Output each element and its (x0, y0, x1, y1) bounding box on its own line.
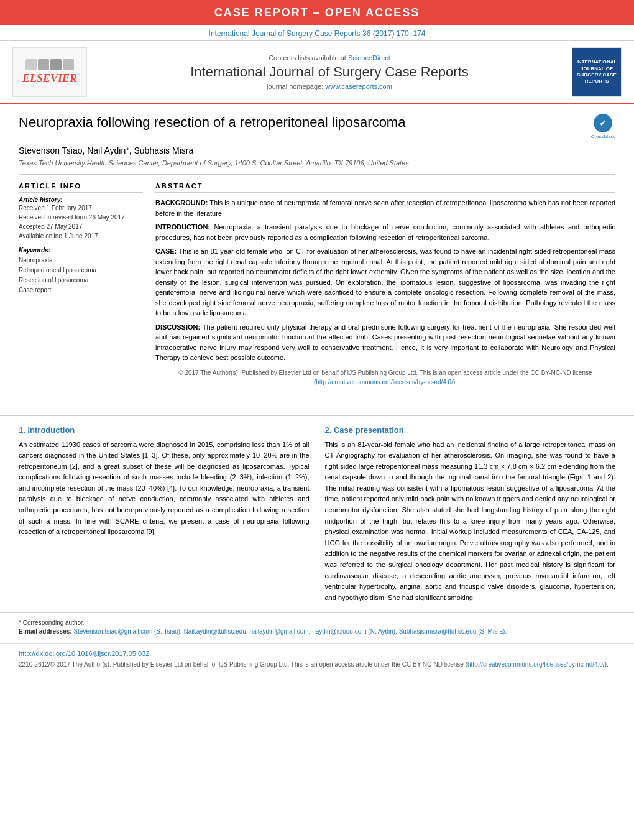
section2-heading: 2. Case presentation (325, 425, 616, 435)
crossmark-label: CrossMark (591, 134, 615, 139)
journal-homepage-link[interactable]: www.casereports.com (325, 83, 392, 90)
available-date: Available online 1 June 2017 (19, 231, 143, 241)
abstract-background: BACKGROUND: This is a unique case of neu… (155, 198, 615, 218)
crossmark-icon: ✓ (594, 114, 612, 132)
crossmark[interactable]: ✓ CrossMark (590, 114, 615, 139)
section1-text: An estimated 11930 cases of sarcoma were… (19, 440, 310, 538)
doi-bottom-link[interactable]: http://dx.doi.org/10.1016/j.ijscr.2017.0… (19, 650, 149, 657)
keyword-1: Neuropraxia (19, 256, 143, 265)
left-column: 1. Introduction An estimated 11930 cases… (19, 422, 310, 604)
received-revised-date: Received in revised form 26 May 2017 (19, 213, 143, 222)
journal-title: International Journal of Surgery Case Re… (99, 64, 559, 80)
journal-center: Contents lists available at ScienceDirec… (87, 54, 572, 90)
keywords-label: Keywords: (19, 247, 143, 254)
keyword-3: Resection of liposarcoma (19, 275, 143, 285)
abstract-heading: Abstract (155, 182, 615, 193)
article-info-heading: Article Info (19, 182, 143, 193)
affiliation: Texas Tech University Health Sciences Ce… (19, 159, 615, 175)
journal-header: ELSEVIER Contents lists available at Sci… (0, 41, 634, 104)
article-body: Article Info Article history: Received 1… (19, 182, 615, 390)
footnotes: * Corresponding author. E-mail addresses… (0, 612, 634, 643)
copyright-link[interactable]: http://creativecommons.org/licenses/by-n… (467, 661, 605, 668)
article-history-section: Article history: Received 1 February 201… (19, 196, 143, 241)
abstract-license: © 2017 The Author(s). Published by Elsev… (155, 368, 615, 387)
corresponding-author-note: * Corresponding author. (19, 619, 615, 626)
keyword-2: Retroperitoneal liposarcoma (19, 265, 143, 275)
history-label: Article history: (19, 196, 143, 203)
journal-logo-box: INTERNATIONAL JOURNAL OF SURGERY CASE RE… (572, 47, 622, 97)
section-divider (0, 415, 634, 416)
abstract-case: CASE: This is an 81-year-old female who,… (155, 246, 615, 318)
email-footnote: E-mail addresses: Stevenson.tsiao@gmail.… (19, 628, 615, 635)
article-title-row: Neuropraxia following resection of a ret… (19, 114, 615, 139)
article-info-panel: Article Info Article history: Received 1… (19, 182, 143, 390)
article-title: Neuropraxia following resection of a ret… (19, 114, 581, 132)
elsevier-logo: ELSEVIER (12, 47, 87, 97)
keyword-4: Case report (19, 285, 143, 295)
contents-line: Contents lists available at ScienceDirec… (99, 54, 559, 62)
right-column: 2. Case presentation This is an 81-year-… (325, 422, 616, 604)
keywords-section: Keywords: Neuropraxia Retroperitoneal li… (19, 247, 143, 295)
abstract-text: BACKGROUND: This is a unique case of neu… (155, 198, 615, 387)
elsevier-name: ELSEVIER (22, 72, 77, 86)
received-date: Received 1 February 2017 (19, 203, 143, 213)
accepted-date: Accepted 27 May 2017 (19, 222, 143, 231)
authors: Stevenson Tsiao, Nail Aydin*, Subhasis M… (19, 145, 615, 155)
bottom-bar: http://dx.doi.org/10.1016/j.ijscr.2017.0… (0, 643, 634, 674)
section2-text: This is an 81-year-old female who had an… (325, 440, 616, 604)
sciencedirect-link[interactable]: ScienceDirect (348, 54, 390, 62)
abstract-discussion: DISCUSSION: The patient required only ph… (155, 322, 615, 363)
section1-heading: 1. Introduction (19, 425, 310, 435)
journal-homepage: journal homepage: www.casereports.com (99, 83, 559, 90)
license-link[interactable]: http://creativecommons.org/licenses/by-n… (316, 379, 453, 385)
main-content: 1. Introduction An estimated 11930 cases… (0, 422, 634, 613)
copyright-line: 2210-2612/© 2017 The Author(s). Publishe… (19, 660, 615, 669)
email-link[interactable]: Stevenson.tsiao@gmail.com (S. Tsiao), Na… (73, 628, 507, 635)
case-report-banner: CASE REPORT – OPEN ACCESS (0, 0, 634, 25)
doi-line: International Journal of Surgery Case Re… (0, 25, 634, 41)
article-content: Neuropraxia following resection of a ret… (0, 104, 634, 409)
abstract-section: Abstract BACKGROUND: This is a unique ca… (155, 182, 615, 390)
journal-logo-text: INTERNATIONAL JOURNAL OF SURGERY CASE RE… (576, 59, 618, 85)
abstract-introduction: INTRODUCTION: Neuropraxia, a transient p… (155, 222, 615, 242)
